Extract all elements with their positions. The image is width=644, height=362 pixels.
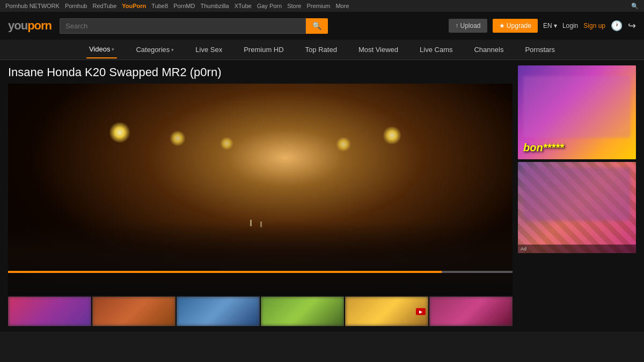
nav-mostviewed-label: Most Viewed <box>358 46 398 54</box>
sidebar-ad-2[interactable]: Ad <box>518 162 636 253</box>
sidebar: bon***** Ad <box>518 65 636 326</box>
upload-button[interactable]: ↑ Upload <box>449 19 487 33</box>
network-link-thumbzilla[interactable]: Thumbzilla <box>200 3 229 9</box>
thumb-1[interactable] <box>8 297 91 326</box>
sidebar-ad-2-label: Ad <box>518 245 636 253</box>
thumb-6[interactable] <box>429 297 513 326</box>
nav-livecams[interactable]: Live Cams <box>417 41 455 58</box>
logo: youporn <box>8 19 52 33</box>
header: youporn 🔍 ↑ Upload ★ Upgrade EN ▾ Login … <box>0 12 644 40</box>
logo-porn: porn <box>27 19 52 32</box>
signup-button[interactable]: Sign up <box>583 22 605 29</box>
nav-livesex[interactable]: Live Sex <box>193 41 225 58</box>
street-light-2 <box>170 130 186 146</box>
network-link-redtube[interactable]: RedTube <box>92 3 116 9</box>
nav-videos-arrow: ▾ <box>112 47 114 52</box>
nav-pornstars-label: Pornstars <box>525 46 555 54</box>
network-link-pornhub[interactable]: Pornhub <box>65 3 87 9</box>
nav-toprated-label: Top Rated <box>305 46 337 54</box>
thumbnail-strip: ▶ <box>8 297 513 326</box>
nav-livesex-label: Live Sex <box>195 46 222 54</box>
main-content: Insane Honda K20 Swapped MR2 (p0rn) <box>0 60 644 331</box>
thumb-banner: ▶ <box>416 308 426 315</box>
network-brand[interactable]: Pornhub NETWORK <box>5 3 60 9</box>
thumb-5[interactable]: ▶ <box>345 297 428 326</box>
video-title: Insane Honda K20 Swapped MR2 (p0rn) <box>8 65 513 79</box>
nav-videos-label: Videos <box>89 45 111 53</box>
thumb-2[interactable] <box>92 297 175 326</box>
nav-categories-arrow: ▾ <box>171 47 174 53</box>
clock-icon[interactable]: 🕐 <box>611 20 623 32</box>
nav-premiumhd[interactable]: Premium HD <box>241 41 286 58</box>
network-link-tube8[interactable]: Tube8 <box>151 3 168 9</box>
nav-videos[interactable]: Videos ▾ <box>86 41 118 58</box>
street-light-1 <box>109 122 130 143</box>
thumb-3[interactable] <box>177 297 260 326</box>
sidebar-ad-1-text: bon***** <box>523 142 564 154</box>
network-link-more[interactable]: More <box>335 3 349 9</box>
network-search-icon[interactable]: 🔍 <box>631 3 639 10</box>
search-button[interactable]: 🔍 <box>306 18 328 34</box>
search-bar: 🔍 <box>60 18 328 34</box>
network-link-store[interactable]: Store <box>287 3 301 9</box>
network-link-premium[interactable]: Premium <box>306 3 330 9</box>
header-actions: ↑ Upload ★ Upgrade EN ▾ Login Sign up 🕐 … <box>449 19 636 33</box>
video-background <box>8 84 513 295</box>
nav-categories[interactable]: Categories ▾ <box>133 41 177 58</box>
network-link-pornmd[interactable]: PornMD <box>173 3 195 9</box>
upgrade-button[interactable]: ★ Upgrade <box>493 19 538 33</box>
nav-categories-label: Categories <box>136 46 170 54</box>
nav-channels[interactable]: Channels <box>471 41 506 58</box>
nav-livecams-label: Live Cams <box>420 46 452 54</box>
nav-bar: Videos ▾ Categories ▾ Live Sex Premium H… <box>0 40 644 60</box>
network-link-youporn[interactable]: YouPorn <box>122 3 146 9</box>
network-link-gayporn[interactable]: Gay Porn <box>257 3 282 9</box>
street-light-3 <box>220 137 233 150</box>
nav-toprated[interactable]: Top Rated <box>303 41 340 58</box>
thumb-4[interactable] <box>261 297 344 326</box>
logo-you: you <box>8 19 27 32</box>
nav-pornstars[interactable]: Pornstars <box>522 41 558 58</box>
sidebar-ad-2-content <box>523 167 631 221</box>
nav-mostviewed[interactable]: Most Viewed <box>356 41 401 58</box>
street-light-4 <box>383 126 401 145</box>
search-input[interactable] <box>60 18 306 34</box>
nav-channels-label: Channels <box>474 46 503 54</box>
video-section: Insane Honda K20 Swapped MR2 (p0rn) <box>8 65 513 326</box>
login-button[interactable]: Login <box>562 22 578 29</box>
video-player[interactable]: ▶ ⏭ 🔊 3:57 / 4:35 👍 👎 ♥ Favorite </> Emb… <box>8 84 513 295</box>
road-marking-2 <box>260 221 262 227</box>
progress-bar-fill <box>8 271 442 273</box>
road-marking-1 <box>250 219 252 226</box>
street-light-5 <box>336 137 351 152</box>
network-link-xtube[interactable]: XTube <box>235 3 252 9</box>
share-icon[interactable]: ↪ <box>628 20 636 32</box>
nav-premiumhd-label: Premium HD <box>244 46 283 54</box>
network-bar: Pornhub NETWORK Pornhub RedTube YouPorn … <box>0 0 644 12</box>
sidebar-ad-1[interactable]: bon***** <box>518 65 636 159</box>
language-selector[interactable]: EN ▾ <box>543 22 557 29</box>
progress-bar[interactable] <box>8 271 513 273</box>
